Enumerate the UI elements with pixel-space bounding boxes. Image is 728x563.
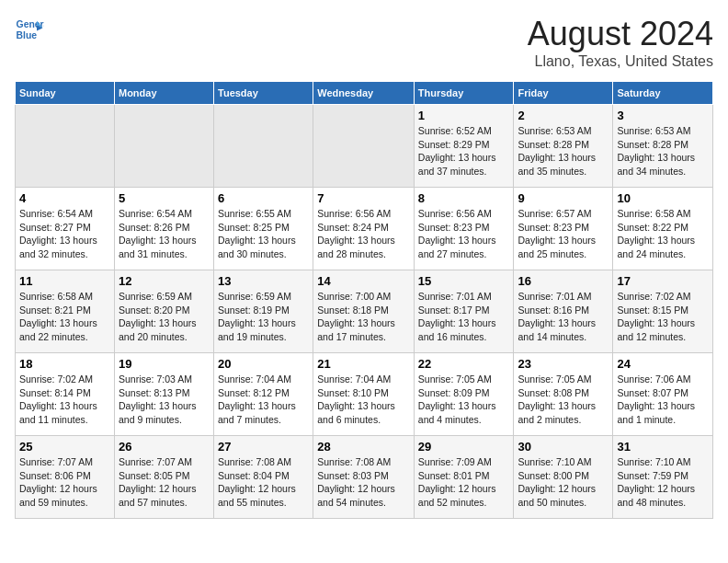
day-number: 9	[518, 191, 609, 205]
day-info: Sunrise: 7:10 AM Sunset: 8:00 PM Dayligh…	[518, 455, 609, 510]
svg-text:Blue: Blue	[17, 30, 38, 40]
calendar-cell: 3Sunrise: 6:53 AM Sunset: 8:28 PM Daylig…	[613, 105, 713, 188]
calendar-cell: 31Sunrise: 7:10 AM Sunset: 7:59 PM Dayli…	[613, 436, 713, 519]
title-block: August 2024 Llano, Texas, United States	[528, 15, 713, 70]
day-number: 16	[518, 274, 609, 288]
day-number: 17	[617, 274, 709, 288]
calendar-cell: 22Sunrise: 7:05 AM Sunset: 8:09 PM Dayli…	[414, 353, 514, 436]
calendar-cell: 21Sunrise: 7:04 AM Sunset: 8:10 PM Dayli…	[313, 353, 415, 436]
weekday-header-wednesday: Wednesday	[313, 82, 415, 105]
calendar-cell: 20Sunrise: 7:04 AM Sunset: 8:12 PM Dayli…	[214, 353, 313, 436]
day-number: 10	[617, 191, 709, 205]
day-info: Sunrise: 6:52 AM Sunset: 8:29 PM Dayligh…	[418, 124, 510, 178]
logo-icon: General Blue	[15, 15, 44, 44]
calendar-week-row: 11Sunrise: 6:58 AM Sunset: 8:21 PM Dayli…	[16, 270, 713, 353]
day-number: 30	[518, 440, 609, 454]
day-info: Sunrise: 7:03 AM Sunset: 8:13 PM Dayligh…	[119, 373, 210, 427]
calendar-cell: 18Sunrise: 7:02 AM Sunset: 8:14 PM Dayli…	[16, 353, 115, 436]
calendar-cell: 30Sunrise: 7:10 AM Sunset: 8:00 PM Dayli…	[514, 436, 613, 519]
weekday-header-sunday: Sunday	[16, 82, 115, 105]
calendar-cell: 23Sunrise: 7:05 AM Sunset: 8:08 PM Dayli…	[514, 353, 613, 436]
day-number: 31	[617, 440, 709, 454]
day-info: Sunrise: 7:04 AM Sunset: 8:10 PM Dayligh…	[317, 373, 410, 427]
day-info: Sunrise: 7:06 AM Sunset: 8:07 PM Dayligh…	[617, 373, 709, 427]
day-info: Sunrise: 6:53 AM Sunset: 8:28 PM Dayligh…	[518, 124, 609, 178]
calendar-cell: 25Sunrise: 7:07 AM Sunset: 8:06 PM Dayli…	[16, 436, 115, 519]
day-info: Sunrise: 7:00 AM Sunset: 8:18 PM Dayligh…	[317, 290, 410, 344]
day-info: Sunrise: 7:02 AM Sunset: 8:14 PM Dayligh…	[19, 373, 110, 427]
day-info: Sunrise: 6:59 AM Sunset: 8:20 PM Dayligh…	[119, 290, 210, 344]
calendar-cell: 24Sunrise: 7:06 AM Sunset: 8:07 PM Dayli…	[613, 353, 713, 436]
day-info: Sunrise: 6:58 AM Sunset: 8:21 PM Dayligh…	[19, 290, 110, 344]
weekday-header-thursday: Thursday	[414, 82, 514, 105]
day-number: 13	[218, 274, 309, 288]
day-info: Sunrise: 6:56 AM Sunset: 8:24 PM Dayligh…	[317, 207, 410, 261]
day-info: Sunrise: 7:09 AM Sunset: 8:01 PM Dayligh…	[418, 455, 510, 510]
weekday-header-tuesday: Tuesday	[214, 82, 313, 105]
calendar-header: SundayMondayTuesdayWednesdayThursdayFrid…	[16, 82, 713, 105]
page-header: General Blue August 2024 Llano, Texas, U…	[15, 15, 713, 70]
logo: General Blue	[15, 15, 44, 44]
calendar-cell: 14Sunrise: 7:00 AM Sunset: 8:18 PM Dayli…	[313, 270, 415, 353]
day-info: Sunrise: 6:54 AM Sunset: 8:27 PM Dayligh…	[19, 207, 110, 261]
day-number: 26	[119, 440, 210, 454]
day-number: 21	[317, 357, 410, 371]
day-info: Sunrise: 6:54 AM Sunset: 8:26 PM Dayligh…	[119, 207, 210, 261]
calendar-body: 1Sunrise: 6:52 AM Sunset: 8:29 PM Daylig…	[16, 105, 713, 519]
calendar-cell: 28Sunrise: 7:08 AM Sunset: 8:03 PM Dayli…	[313, 436, 415, 519]
day-number: 20	[218, 357, 309, 371]
day-info: Sunrise: 6:59 AM Sunset: 8:19 PM Dayligh…	[218, 290, 309, 344]
day-info: Sunrise: 7:01 AM Sunset: 8:16 PM Dayligh…	[518, 290, 609, 344]
day-info: Sunrise: 6:58 AM Sunset: 8:22 PM Dayligh…	[617, 207, 709, 261]
calendar-cell: 16Sunrise: 7:01 AM Sunset: 8:16 PM Dayli…	[514, 270, 613, 353]
calendar-cell: 10Sunrise: 6:58 AM Sunset: 8:22 PM Dayli…	[613, 188, 713, 270]
day-number: 11	[19, 274, 110, 288]
day-number: 18	[19, 357, 110, 371]
weekday-header-monday: Monday	[114, 82, 213, 105]
weekday-header-row: SundayMondayTuesdayWednesdayThursdayFrid…	[16, 82, 713, 105]
calendar-cell: 5Sunrise: 6:54 AM Sunset: 8:26 PM Daylig…	[114, 188, 213, 270]
calendar-cell: 17Sunrise: 7:02 AM Sunset: 8:15 PM Dayli…	[613, 270, 713, 353]
day-info: Sunrise: 6:53 AM Sunset: 8:28 PM Dayligh…	[617, 124, 709, 178]
day-number: 22	[418, 357, 510, 371]
calendar-cell: 6Sunrise: 6:55 AM Sunset: 8:25 PM Daylig…	[214, 188, 313, 270]
day-info: Sunrise: 7:07 AM Sunset: 8:06 PM Dayligh…	[19, 455, 110, 510]
day-info: Sunrise: 7:05 AM Sunset: 8:08 PM Dayligh…	[518, 373, 609, 427]
calendar-cell: 26Sunrise: 7:07 AM Sunset: 8:05 PM Dayli…	[114, 436, 213, 519]
calendar-cell: 13Sunrise: 6:59 AM Sunset: 8:19 PM Dayli…	[214, 270, 313, 353]
day-number: 8	[418, 191, 510, 205]
calendar-week-row: 25Sunrise: 7:07 AM Sunset: 8:06 PM Dayli…	[16, 436, 713, 519]
weekday-header-friday: Friday	[514, 82, 613, 105]
day-number: 28	[317, 440, 410, 454]
calendar-cell: 9Sunrise: 6:57 AM Sunset: 8:23 PM Daylig…	[514, 188, 613, 270]
day-number: 4	[19, 191, 110, 205]
day-info: Sunrise: 7:01 AM Sunset: 8:17 PM Dayligh…	[418, 290, 510, 344]
day-info: Sunrise: 7:02 AM Sunset: 8:15 PM Dayligh…	[617, 290, 709, 344]
day-number: 5	[119, 191, 210, 205]
calendar-week-row: 1Sunrise: 6:52 AM Sunset: 8:29 PM Daylig…	[16, 105, 713, 188]
day-info: Sunrise: 6:56 AM Sunset: 8:23 PM Dayligh…	[418, 207, 510, 261]
day-info: Sunrise: 7:04 AM Sunset: 8:12 PM Dayligh…	[218, 373, 309, 427]
calendar-week-row: 18Sunrise: 7:02 AM Sunset: 8:14 PM Dayli…	[16, 353, 713, 436]
calendar-cell	[114, 105, 213, 188]
day-number: 12	[119, 274, 210, 288]
calendar-cell	[313, 105, 415, 188]
day-number: 23	[518, 357, 609, 371]
calendar-cell: 12Sunrise: 6:59 AM Sunset: 8:20 PM Dayli…	[114, 270, 213, 353]
calendar-table: SundayMondayTuesdayWednesdayThursdayFrid…	[15, 81, 713, 519]
calendar-cell: 11Sunrise: 6:58 AM Sunset: 8:21 PM Dayli…	[16, 270, 115, 353]
day-number: 7	[317, 191, 410, 205]
day-number: 25	[19, 440, 110, 454]
day-number: 19	[119, 357, 210, 371]
day-info: Sunrise: 7:08 AM Sunset: 8:03 PM Dayligh…	[317, 455, 410, 510]
calendar-cell: 1Sunrise: 6:52 AM Sunset: 8:29 PM Daylig…	[414, 105, 514, 188]
day-number: 6	[218, 191, 309, 205]
day-number: 2	[518, 109, 609, 122]
calendar-cell: 2Sunrise: 6:53 AM Sunset: 8:28 PM Daylig…	[514, 105, 613, 188]
calendar-cell: 15Sunrise: 7:01 AM Sunset: 8:17 PM Dayli…	[414, 270, 514, 353]
day-info: Sunrise: 7:10 AM Sunset: 7:59 PM Dayligh…	[617, 455, 709, 510]
day-number: 14	[317, 274, 410, 288]
day-number: 3	[617, 109, 709, 122]
weekday-header-saturday: Saturday	[613, 82, 713, 105]
calendar-week-row: 4Sunrise: 6:54 AM Sunset: 8:27 PM Daylig…	[16, 188, 713, 270]
